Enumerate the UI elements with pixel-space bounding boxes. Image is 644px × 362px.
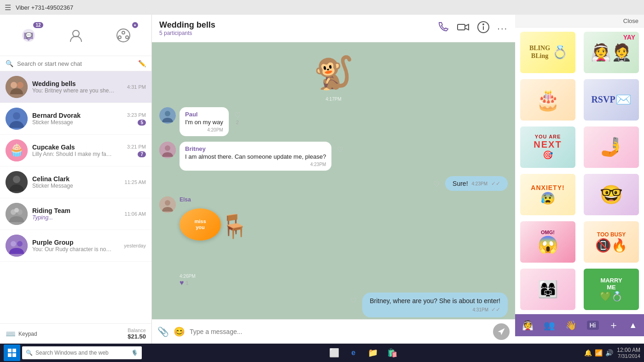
- paul-time: 4:20PM: [185, 127, 223, 132]
- sidebar-tab-discover[interactable]: ●: [105, 19, 142, 52]
- chat-preview-wedding-bells: You: Britney where are you she is about …: [32, 87, 115, 94]
- sticker-item-cake[interactable]: 🎂: [517, 77, 579, 122]
- sidebar-tab-chats[interactable]: 💬 12: [10, 19, 47, 52]
- explorer-icon[interactable]: 📁: [365, 345, 381, 361]
- search-bar: 🔍 ✏️: [0, 56, 151, 71]
- avatar-paul: [159, 107, 176, 124]
- store-icon[interactable]: 🛍️: [384, 345, 400, 361]
- clock-display: 12:00 AM 7/31/2014: [617, 347, 640, 359]
- svg-rect-35: [8, 353, 12, 357]
- svg-point-11: [13, 112, 20, 120]
- chat-time-celina: 11:25 AM: [125, 179, 146, 185]
- paul-likes: ♡ 2: [234, 111, 241, 125]
- taskbar-left: 🔍 🎙️: [4, 345, 142, 361]
- wifi-icon[interactable]: 📶: [595, 349, 603, 356]
- chat-time-purple: yesterday: [124, 243, 146, 248]
- sure-like: ♡: [433, 180, 440, 189]
- sticker-item-next[interactable]: YOU ARE NEXT 🎯: [517, 124, 579, 170]
- miss-you-sticker: missyou 🪑: [180, 204, 253, 273]
- svg-point-4: [122, 31, 125, 34]
- info-button[interactable]: [477, 21, 490, 36]
- sticker-item-bling[interactable]: BLINGBLing 💍: [517, 29, 579, 75]
- edge-icon[interactable]: e: [345, 345, 362, 361]
- systray: 🔔 📶 🔊: [584, 349, 613, 356]
- attachment-icon[interactable]: 📎: [157, 326, 169, 337]
- microphone-icon[interactable]: 🎙️: [131, 350, 138, 356]
- taskbar-search-input[interactable]: [35, 350, 128, 356]
- chat-meta-bernard: 3:23 PM 5: [127, 112, 146, 126]
- chat-item-bernard[interactable]: Bernard Dvorak Sticker Message 3:23 PM 5: [0, 103, 151, 135]
- task-view-icon[interactable]: ⬜: [326, 345, 342, 361]
- menu-icon[interactable]: ☰: [5, 3, 11, 12]
- chat-meta-riding: 11:06 AM: [125, 211, 146, 217]
- sticker-anxiety: ANXIETY! 😰: [520, 174, 575, 215]
- message-input[interactable]: [190, 328, 488, 335]
- video-call-button[interactable]: [457, 21, 470, 36]
- sticker-item-selfie[interactable]: 🤳: [580, 124, 642, 170]
- balance-label: Balance: [128, 328, 146, 333]
- chat-info-wedding-bells: Wedding bells You: Britney where are you…: [32, 80, 122, 94]
- monkey-sticker: 🐒: [311, 50, 357, 96]
- sticker-add-button[interactable]: ＋: [609, 318, 619, 332]
- sticker-item-nerd[interactable]: 🤓: [580, 172, 642, 217]
- sticker-yay: 👰🤵 YAY: [584, 32, 639, 73]
- start-button[interactable]: [4, 345, 20, 361]
- notification-icon[interactable]: 🔔: [584, 349, 592, 356]
- voice-call-button[interactable]: [436, 21, 449, 36]
- sticker-tab-wave[interactable]: 👋: [565, 320, 577, 331]
- sticker-item-girl2[interactable]: 👩‍👩‍👧: [517, 267, 579, 312]
- sticker-item-anxiety[interactable]: ANXIETY! 😰: [517, 172, 579, 217]
- emoji-icon[interactable]: 😊: [174, 326, 185, 337]
- header-actions: ···: [436, 21, 508, 36]
- chat-item-riding[interactable]: Riding Team Typing... 11:06 AM: [0, 198, 151, 230]
- sticker-nerd: 🤓: [584, 174, 639, 215]
- sticker-item-rsvp[interactable]: RSVP ✉️: [580, 77, 642, 122]
- chat-item-cupcake[interactable]: 🧁 Cupcake Gals Lilly Ann: Should I make …: [0, 135, 151, 167]
- chat-item-wedding-bells[interactable]: Wedding bells You: Britney where are you…: [0, 71, 151, 103]
- keypad-button[interactable]: ⌨️ Keypad: [6, 329, 37, 339]
- sticker-tab-wedding[interactable]: 👰: [522, 320, 534, 331]
- sticker-tab-hi[interactable]: Hi: [587, 321, 599, 330]
- svg-point-21: [11, 241, 16, 247]
- chat-time-bernard: 3:23 PM: [127, 112, 146, 118]
- send-button[interactable]: [493, 323, 510, 340]
- search-input[interactable]: [17, 60, 134, 67]
- more-options-button[interactable]: ···: [497, 23, 508, 34]
- svg-point-30: [165, 145, 170, 151]
- balance-amount: $21.50: [128, 333, 146, 340]
- volume-icon[interactable]: 🔊: [605, 349, 613, 356]
- avatar-celina: [6, 171, 28, 193]
- svg-rect-36: [12, 353, 16, 357]
- sticker-item-omg[interactable]: OMG! 😱: [517, 219, 579, 265]
- sticker-close-button[interactable]: Close: [623, 17, 638, 24]
- sticker-item-marry[interactable]: MARRY ME 💚💍: [580, 267, 642, 312]
- britney-sender: Britney: [185, 145, 326, 152]
- chat-time-wedding-bells: 4:31 PM: [127, 84, 146, 90]
- sticker-grid: BLINGBLing 💍 👰🤵 YAY 🎂 RSVP ✉️: [515, 28, 644, 314]
- sticker-up-button[interactable]: ▲: [629, 321, 637, 330]
- sticker-item-yay[interactable]: 👰🤵 YAY: [580, 29, 642, 75]
- chat-item-purple[interactable]: Purple Group You: Our Rudy character is …: [0, 230, 151, 262]
- compose-icon[interactable]: ✏️: [138, 60, 146, 67]
- discover-badge: ●: [132, 22, 138, 28]
- sidebar-tab-contacts[interactable]: [58, 19, 94, 52]
- svg-point-28: [165, 111, 170, 116]
- sure-bubble: Sure! 4:23PM ✓✓: [445, 176, 508, 191]
- sticker-busy: TOO BUSY 📵🔥: [584, 221, 639, 263]
- taskbar-search-area: 🔍 🎙️: [22, 346, 142, 359]
- chat-name-riding: Riding Team: [32, 207, 120, 214]
- chat-item-celina[interactable]: Celina Clark Sticker Message 11:25 AM: [0, 167, 151, 198]
- message-britney: Britney I am almost there. Can someone u…: [159, 142, 508, 171]
- chat-preview-bernard: Sticker Message: [32, 119, 115, 126]
- svg-point-19: [14, 208, 19, 213]
- elsa-sender: Elsa: [180, 196, 253, 203]
- chat-meta-wedding-bells: 4:31 PM: [127, 84, 146, 90]
- clock-date: 7/31/2014: [617, 353, 640, 359]
- sticker-tab-people[interactable]: 👥: [544, 320, 555, 331]
- elsa-sticker-meta: 4:26PM: [180, 274, 253, 279]
- sticker-item-busy[interactable]: TOO BUSY 📵🔥: [580, 219, 642, 265]
- monkey-sticker-msg: 🐒 4:17PM: [159, 50, 508, 102]
- svg-point-2: [73, 30, 79, 37]
- app-title: Viber +731-49502367: [16, 4, 73, 11]
- chat-name-bernard: Bernard Dvorak: [32, 112, 122, 119]
